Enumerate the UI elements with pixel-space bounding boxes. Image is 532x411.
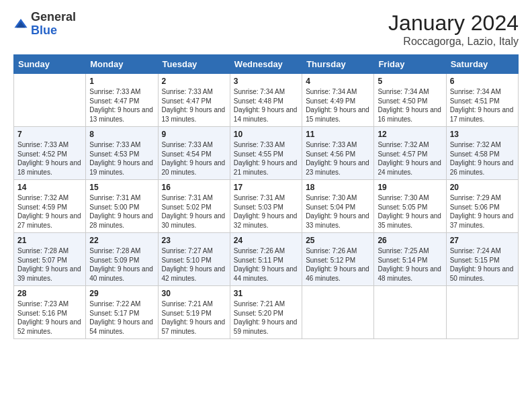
calendar-cell: 22Sunrise: 7:28 AMSunset: 5:09 PMDayligh… (86, 233, 158, 286)
weekday-header-row: SundayMondayTuesdayWednesdayThursdayFrid… (14, 55, 519, 74)
calendar-cell: 11Sunrise: 7:33 AMSunset: 4:56 PMDayligh… (302, 127, 374, 180)
day-number: 25 (306, 236, 370, 245)
calendar-cell: 20Sunrise: 7:29 AMSunset: 5:06 PMDayligh… (446, 180, 518, 233)
calendar-cell: 1Sunrise: 7:33 AMSunset: 4:47 PMDaylight… (86, 74, 158, 127)
day-number: 1 (89, 77, 154, 86)
day-number: 15 (89, 183, 154, 192)
calendar-cell (14, 74, 86, 127)
cell-content: Sunrise: 7:32 AMSunset: 4:58 PMDaylight:… (450, 140, 515, 177)
logo-general-text: General (31, 10, 76, 24)
weekday-header: Sunday (14, 55, 86, 74)
calendar-cell: 13Sunrise: 7:32 AMSunset: 4:58 PMDayligh… (446, 127, 518, 180)
cell-content: Sunrise: 7:21 AMSunset: 5:20 PMDaylight:… (234, 300, 298, 336)
cell-content: Sunrise: 7:22 AMSunset: 5:17 PMDaylight:… (89, 300, 154, 336)
cell-content: Sunrise: 7:34 AMSunset: 4:49 PMDaylight:… (306, 87, 370, 124)
calendar-title: January 2024 (388, 11, 519, 36)
cell-content: Sunrise: 7:33 AMSunset: 4:47 PMDaylight:… (89, 87, 154, 124)
day-number: 4 (306, 77, 370, 86)
logo: General Blue (13, 11, 76, 38)
cell-content: Sunrise: 7:21 AMSunset: 5:19 PMDaylight:… (162, 300, 226, 336)
calendar-cell: 31Sunrise: 7:21 AMSunset: 5:20 PMDayligh… (230, 286, 302, 339)
cell-content: Sunrise: 7:34 AMSunset: 4:51 PMDaylight:… (450, 87, 515, 124)
cell-content: Sunrise: 7:30 AMSunset: 5:04 PMDaylight:… (306, 193, 370, 230)
calendar-cell: 26Sunrise: 7:25 AMSunset: 5:14 PMDayligh… (374, 233, 446, 286)
calendar-cell: 28Sunrise: 7:23 AMSunset: 5:16 PMDayligh… (14, 286, 86, 339)
day-number: 26 (378, 236, 442, 245)
calendar-cell: 25Sunrise: 7:26 AMSunset: 5:12 PMDayligh… (302, 233, 374, 286)
cell-content: Sunrise: 7:23 AMSunset: 5:16 PMDaylight:… (17, 300, 82, 336)
day-number: 28 (17, 289, 82, 298)
cell-content: Sunrise: 7:31 AMSunset: 5:02 PMDaylight:… (162, 193, 226, 230)
day-number: 31 (234, 289, 298, 298)
calendar-cell: 27Sunrise: 7:24 AMSunset: 5:15 PMDayligh… (446, 233, 518, 286)
logo-blue-text: Blue (31, 24, 57, 37)
header: General Blue January 2024 Roccagorga, La… (13, 11, 519, 48)
day-number: 3 (234, 77, 298, 86)
day-number: 6 (450, 77, 515, 86)
cell-content: Sunrise: 7:27 AMSunset: 5:10 PMDaylight:… (162, 246, 226, 283)
calendar-cell: 12Sunrise: 7:32 AMSunset: 4:57 PMDayligh… (374, 127, 446, 180)
calendar-cell: 9Sunrise: 7:33 AMSunset: 4:54 PMDaylight… (158, 127, 230, 180)
calendar-cell: 18Sunrise: 7:30 AMSunset: 5:04 PMDayligh… (302, 180, 374, 233)
cell-content: Sunrise: 7:33 AMSunset: 4:52 PMDaylight:… (17, 140, 82, 177)
day-number: 24 (234, 236, 298, 245)
day-number: 2 (162, 77, 226, 86)
calendar-cell: 29Sunrise: 7:22 AMSunset: 5:17 PMDayligh… (86, 286, 158, 339)
calendar-subtitle: Roccagorga, Lazio, Italy (388, 36, 519, 48)
calendar-week-row: 28Sunrise: 7:23 AMSunset: 5:16 PMDayligh… (14, 286, 519, 339)
weekday-header: Thursday (302, 55, 374, 74)
weekday-header: Tuesday (158, 55, 230, 74)
day-number: 27 (450, 236, 515, 245)
calendar-cell (374, 286, 446, 339)
day-number: 18 (306, 183, 370, 192)
cell-content: Sunrise: 7:28 AMSunset: 5:09 PMDaylight:… (89, 246, 154, 283)
cell-content: Sunrise: 7:32 AMSunset: 4:57 PMDaylight:… (378, 140, 442, 177)
calendar-cell: 4Sunrise: 7:34 AMSunset: 4:49 PMDaylight… (302, 74, 374, 127)
weekday-header: Friday (374, 55, 446, 74)
day-number: 14 (17, 183, 82, 192)
calendar-week-row: 1Sunrise: 7:33 AMSunset: 4:47 PMDaylight… (14, 74, 519, 127)
day-number: 7 (17, 130, 82, 139)
day-number: 19 (378, 183, 442, 192)
calendar-cell: 15Sunrise: 7:31 AMSunset: 5:00 PMDayligh… (86, 180, 158, 233)
title-block: January 2024 Roccagorga, Lazio, Italy (388, 11, 519, 48)
weekday-header: Monday (86, 55, 158, 74)
day-number: 20 (450, 183, 515, 192)
calendar-cell: 17Sunrise: 7:31 AMSunset: 5:03 PMDayligh… (230, 180, 302, 233)
calendar-cell: 7Sunrise: 7:33 AMSunset: 4:52 PMDaylight… (14, 127, 86, 180)
cell-content: Sunrise: 7:33 AMSunset: 4:54 PMDaylight:… (162, 140, 226, 177)
calendar-cell: 14Sunrise: 7:32 AMSunset: 4:59 PMDayligh… (14, 180, 86, 233)
cell-content: Sunrise: 7:33 AMSunset: 4:47 PMDaylight:… (162, 87, 226, 124)
cell-content: Sunrise: 7:28 AMSunset: 5:07 PMDaylight:… (17, 246, 82, 283)
cell-content: Sunrise: 7:31 AMSunset: 5:03 PMDaylight:… (234, 193, 298, 230)
calendar-week-row: 7Sunrise: 7:33 AMSunset: 4:52 PMDaylight… (14, 127, 519, 180)
calendar-cell (302, 286, 374, 339)
calendar-cell: 23Sunrise: 7:27 AMSunset: 5:10 PMDayligh… (158, 233, 230, 286)
calendar-cell: 2Sunrise: 7:33 AMSunset: 4:47 PMDaylight… (158, 74, 230, 127)
weekday-header: Saturday (446, 55, 518, 74)
calendar-cell: 21Sunrise: 7:28 AMSunset: 5:07 PMDayligh… (14, 233, 86, 286)
calendar-cell: 30Sunrise: 7:21 AMSunset: 5:19 PMDayligh… (158, 286, 230, 339)
cell-content: Sunrise: 7:33 AMSunset: 4:55 PMDaylight:… (234, 140, 298, 177)
page: General Blue January 2024 Roccagorga, La… (0, 0, 532, 411)
weekday-header: Wednesday (230, 55, 302, 74)
calendar-cell: 10Sunrise: 7:33 AMSunset: 4:55 PMDayligh… (230, 127, 302, 180)
day-number: 10 (234, 130, 298, 139)
cell-content: Sunrise: 7:24 AMSunset: 5:15 PMDaylight:… (450, 246, 515, 283)
calendar-cell (446, 286, 518, 339)
calendar-cell: 3Sunrise: 7:34 AMSunset: 4:48 PMDaylight… (230, 74, 302, 127)
calendar-week-row: 21Sunrise: 7:28 AMSunset: 5:07 PMDayligh… (14, 233, 519, 286)
calendar-cell: 19Sunrise: 7:30 AMSunset: 5:05 PMDayligh… (374, 180, 446, 233)
cell-content: Sunrise: 7:33 AMSunset: 4:56 PMDaylight:… (306, 140, 370, 177)
cell-content: Sunrise: 7:25 AMSunset: 5:14 PMDaylight:… (378, 246, 442, 283)
cell-content: Sunrise: 7:31 AMSunset: 5:00 PMDaylight:… (89, 193, 154, 230)
calendar-cell: 5Sunrise: 7:34 AMSunset: 4:50 PMDaylight… (374, 74, 446, 127)
calendar-cell: 16Sunrise: 7:31 AMSunset: 5:02 PMDayligh… (158, 180, 230, 233)
day-number: 29 (89, 289, 154, 298)
day-number: 12 (378, 130, 442, 139)
cell-content: Sunrise: 7:34 AMSunset: 4:50 PMDaylight:… (378, 87, 442, 124)
day-number: 9 (162, 130, 226, 139)
day-number: 5 (378, 77, 442, 86)
day-number: 8 (89, 130, 154, 139)
day-number: 13 (450, 130, 515, 139)
